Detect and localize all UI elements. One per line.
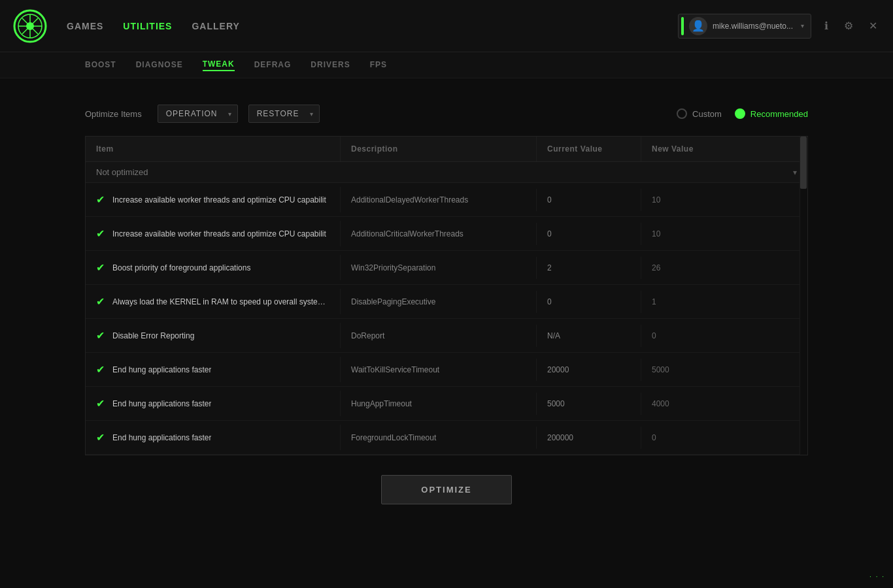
subnav: BOOST DIAGNOSE TWEAK DEFRAG DRIVERS FPS (0, 52, 893, 78)
cell-description-6: HungAppTimeout (341, 393, 537, 415)
check-icon: ✔ (96, 261, 105, 274)
user-badge[interactable]: mike.williams@nueto... ▾ (678, 14, 811, 39)
item-text: End hung applications faster (112, 365, 211, 374)
table-row: ✔ Disable Error Reporting DoReport N/A 0 (86, 319, 807, 353)
cell-item-2: ✔ Boost priority of foreground applicati… (86, 255, 341, 280)
table-row: ✔ Increase available worker threads and … (86, 183, 807, 217)
subnav-diagnose[interactable]: DIAGNOSE (136, 60, 183, 71)
cell-new-value-6: 4000 (641, 393, 759, 415)
item-text: Always load the KERNEL in RAM to speed u… (112, 297, 329, 306)
cell-new-value-1: 10 (641, 223, 759, 245)
item-text: Boost priority of foreground application… (112, 263, 250, 272)
main-nav: GAMES UTILITIES GALLERY (67, 21, 678, 31)
username: mike.williams@nueto... (713, 22, 793, 31)
table-row: ✔ Boost priority of foreground applicati… (86, 251, 807, 285)
button-area: OPTIMIZE (85, 475, 808, 504)
radio-group: Custom Recommended (677, 108, 808, 119)
app-logo (13, 9, 47, 43)
cell-item-5: ✔ End hung applications faster (86, 357, 341, 382)
cell-item-4: ✔ Disable Error Reporting (86, 323, 341, 348)
subnav-drivers[interactable]: DRIVERS (311, 60, 350, 71)
item-text: End hung applications faster (112, 399, 211, 408)
check-icon: ✔ (96, 227, 105, 240)
subnav-boost[interactable]: BOOST (85, 60, 116, 71)
nav-utilities[interactable]: UTILITIES (123, 21, 172, 31)
col-item: Item (86, 137, 341, 161)
not-optimized-dropdown[interactable]: Not optimized ▾ (86, 162, 807, 183)
not-optimized-label: Not optimized (96, 167, 148, 177)
cell-new-value-7: 0 (641, 427, 759, 449)
table-row: ✔ Always load the KERNEL in RAM to speed… (86, 285, 807, 319)
cell-item-0: ✔ Increase available worker threads and … (86, 187, 341, 212)
radio-recommended-label: Recommended (750, 109, 808, 119)
cell-description-5: WaitToKillServiceTimeout (341, 359, 537, 381)
table-row: ✔ Increase available worker threads and … (86, 217, 807, 251)
cell-current-value-4: N/A (537, 325, 641, 347)
cell-current-value-7: 200000 (537, 427, 641, 449)
col-current-value: Current Value (537, 137, 641, 161)
nav-gallery[interactable]: GALLERY (192, 21, 239, 31)
radio-custom[interactable]: Custom (677, 108, 722, 119)
cell-item-7: ✔ End hung applications faster (86, 425, 341, 450)
table-row: ✔ End hung applications faster Foregroun… (86, 421, 807, 455)
subnav-fps[interactable]: FPS (370, 60, 387, 71)
cell-current-value-6: 5000 (537, 393, 641, 415)
item-text: Disable Error Reporting (112, 331, 194, 340)
col-description: Description (341, 137, 537, 161)
cell-item-1: ✔ Increase available worker threads and … (86, 221, 341, 246)
nav-games[interactable]: GAMES (67, 21, 103, 31)
cell-current-value-1: 0 (537, 223, 641, 245)
close-icon[interactable]: ✕ (866, 17, 880, 35)
cell-new-value-5: 5000 (641, 359, 759, 381)
scrollbar-track[interactable] (800, 137, 807, 455)
optimize-bar: Optimize Items OPERATION ▾ RESTORE ▾ Cus… (85, 105, 808, 123)
subnav-defrag[interactable]: DEFRAG (254, 60, 292, 71)
cell-current-value-5: 20000 (537, 359, 641, 381)
chevron-down-icon: ▾ (801, 22, 804, 29)
optimize-button[interactable]: OPTIMIZE (381, 475, 511, 504)
scrollbar-thumb[interactable] (800, 137, 807, 189)
check-icon: ✔ (96, 431, 105, 444)
info-icon[interactable]: ℹ (822, 17, 831, 35)
cell-description-3: DisablePagingExecutive (341, 291, 537, 313)
cell-new-value-3: 1 (641, 291, 759, 313)
table-row: ✔ End hung applications faster HungAppTi… (86, 387, 807, 421)
user-status-bar (681, 17, 684, 35)
cell-new-value-2: 26 (641, 257, 759, 279)
item-text: End hung applications faster (112, 433, 211, 442)
cell-current-value-2: 2 (537, 257, 641, 279)
content-area: Optimize Items OPERATION ▾ RESTORE ▾ Cus… (0, 78, 893, 517)
cell-description-1: AdditionalCriticalWorkerThreads (341, 223, 537, 245)
optimize-items-label: Optimize Items (85, 109, 142, 119)
topbar: GAMES UTILITIES GALLERY mike.williams@nu… (0, 0, 893, 52)
item-text: Increase available worker threads and op… (112, 195, 326, 204)
item-text: Increase available worker threads and op… (112, 229, 326, 238)
restore-select[interactable]: RESTORE (248, 105, 320, 123)
cell-description-2: Win32PrioritySeparation (341, 257, 537, 279)
check-icon: ✔ (96, 363, 105, 376)
table-header: Item Description Current Value New Value (86, 137, 807, 162)
tweak-table: Item Description Current Value New Value… (85, 136, 808, 455)
operation-select[interactable]: OPERATION (158, 105, 238, 123)
cell-description-7: ForegroundLockTimeout (341, 427, 537, 449)
cell-current-value-0: 0 (537, 189, 641, 211)
operation-select-wrap: OPERATION ▾ (158, 105, 238, 123)
cell-new-value-0: 10 (641, 189, 759, 211)
radio-recommended[interactable]: Recommended (735, 108, 808, 119)
check-icon: ✔ (96, 329, 105, 342)
cell-item-3: ✔ Always load the KERNEL in RAM to speed… (86, 289, 341, 314)
corner-decoration: · · · (869, 573, 885, 580)
gear-icon[interactable]: ⚙ (841, 17, 856, 35)
cell-description-4: DoReport (341, 325, 537, 347)
dropdown-arrow-icon: ▾ (793, 168, 797, 177)
subnav-tweak[interactable]: TWEAK (203, 59, 235, 71)
cell-current-value-3: 0 (537, 291, 641, 313)
col-new-value: New Value (641, 137, 759, 161)
check-icon: ✔ (96, 397, 105, 410)
avatar (689, 17, 707, 35)
cell-item-6: ✔ End hung applications faster (86, 391, 341, 416)
cell-new-value-4: 0 (641, 325, 759, 347)
check-icon: ✔ (96, 295, 105, 308)
table-row: ✔ End hung applications faster WaitToKil… (86, 353, 807, 387)
topbar-right: mike.williams@nueto... ▾ ℹ ⚙ ✕ (678, 14, 880, 39)
